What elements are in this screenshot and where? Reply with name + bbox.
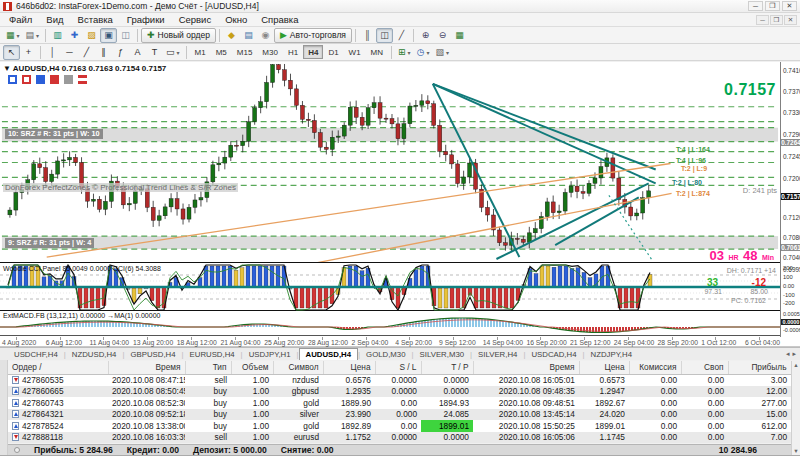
text-tool[interactable]: A (129, 45, 146, 60)
timeframe-d1[interactable]: D1 (323, 45, 343, 59)
column-header-4[interactable]: Символ (273, 361, 323, 374)
tab-nzdjpy-h4[interactable]: NZDJPY,H4 (585, 348, 638, 361)
market-watch-button[interactable]: ▥ (49, 28, 66, 43)
tab-nzdusd-h4[interactable]: NZDUSD,H4 (66, 348, 123, 361)
tab-silver-m30[interactable]: SILVER,M30 (414, 348, 471, 361)
tab-silver-h4[interactable]: SILVER,H4 (472, 348, 523, 361)
cursor-tool[interactable]: ↖ (3, 45, 20, 60)
timeframe-h4[interactable]: H4 (303, 45, 323, 59)
indicators-button[interactable]: ⊞▾ (395, 45, 414, 60)
expert-advisors-icon: ◆ (228, 30, 235, 40)
column-header-11[interactable]: Своп (681, 361, 728, 374)
chart-restore-icon[interactable]: ❐ (770, 15, 783, 25)
chart-canvas[interactable] (0, 62, 780, 263)
timeframe-m5[interactable]: M5 (211, 45, 232, 59)
column-header-6[interactable]: S / L (375, 361, 421, 374)
column-header-12[interactable]: Прибыль (728, 361, 791, 374)
vline-tool[interactable]: │ (44, 45, 61, 60)
terminal-button[interactable]: ▣ (100, 28, 117, 43)
new-order-button[interactable]: ✚Новый ордер (141, 28, 216, 43)
tabs-scroll-right-icon[interactable]: ▸ (792, 350, 796, 358)
menu-item-view[interactable]: Вид (39, 14, 70, 25)
app-icon (3, 2, 12, 11)
profiles-button[interactable]: ▤▾ (23, 28, 43, 43)
timeframe-mn[interactable]: MN (366, 45, 388, 59)
column-header-7[interactable]: T / P (421, 361, 473, 374)
zoom-in-button[interactable]: ⊕ (417, 28, 434, 43)
navigator-button[interactable]: ▨ (83, 28, 100, 43)
order-row-427860743[interactable]: 4278607432020.10.08 08:52:30buy1.00gold1… (8, 397, 791, 409)
candlestick-button[interactable]: ◫ (376, 28, 393, 43)
navigator-icon: ▨ (87, 30, 96, 40)
timeframe-w1[interactable]: W1 (344, 45, 366, 59)
order-row-427878524[interactable]: 4278785242020.10.08 13:38:00buy1.00gold1… (8, 420, 791, 432)
menu-item-charts[interactable]: Графики (120, 14, 172, 25)
auto-trading-button[interactable]: ▶Авто-торговля (274, 28, 352, 43)
chart-close-icon[interactable]: ✕ (784, 15, 797, 25)
label-tool[interactable]: T (146, 45, 163, 60)
shapes-tool[interactable]: ▭▾ (163, 45, 183, 60)
scroll-down-icon[interactable]: ▼ (793, 448, 798, 454)
tabs-scroll-left-icon[interactable]: ◂ (786, 350, 790, 358)
line-chart-icon: ╱ (399, 30, 404, 40)
maximize-icon[interactable]: ❐ (765, 1, 780, 11)
trendline-tool[interactable]: ╱ (78, 45, 95, 60)
zoom-out-button[interactable]: ⊖ (434, 28, 451, 43)
data-window-button[interactable]: ✚ (66, 28, 83, 43)
tab-usdjpy-h1[interactable]: USDJPY,H1 (243, 348, 297, 361)
column-header-2[interactable]: Тип (185, 361, 231, 374)
chart-minimize-icon[interactable]: ─ (756, 15, 769, 25)
menu-item-help[interactable]: Справка (254, 14, 305, 25)
order-row-427860535[interactable]: 4278605352020.10.08 08:47:15sell1.00nzdu… (8, 374, 791, 386)
line-chart-button[interactable]: ╱ (393, 28, 410, 43)
timeframe-m30[interactable]: M30 (257, 45, 283, 59)
column-header-1[interactable]: Время (108, 361, 185, 374)
price-tick: 0.7120 (783, 214, 800, 221)
tab-audusd-h4[interactable]: AUDUSD,H4 (299, 348, 359, 361)
cci-dh-label: DH: 0.7171 +14 (727, 267, 776, 274)
tab-usdcad-h4[interactable]: USDCAD,H4 (525, 348, 582, 361)
bar-chart-button[interactable]: ║ (359, 28, 376, 43)
channel-tool[interactable]: ∥ (95, 45, 112, 60)
web-button[interactable]: ◉ (257, 28, 274, 43)
periods-button[interactable]: ◷▾ (414, 45, 433, 60)
expert-advisors-button[interactable]: ◆ (223, 28, 240, 43)
minimize-icon[interactable]: ─ (748, 1, 763, 11)
terminal-grip[interactable] (0, 360, 8, 459)
column-header-8[interactable]: Время (473, 361, 579, 374)
tile-windows-button[interactable]: ▦ (451, 28, 468, 43)
hline-tool[interactable]: ─ (61, 45, 78, 60)
tab-gbpusd-h4[interactable]: GBPUSD,H4 (124, 348, 181, 361)
print-button[interactable]: ▤ (240, 28, 257, 43)
templates-button[interactable]: ▧▾ (433, 45, 453, 60)
crosshair-tool[interactable]: + (20, 45, 37, 60)
dropdown-caret-icon: ▾ (426, 49, 429, 56)
timeframe-h1[interactable]: H1 (283, 45, 303, 59)
menu-item-file[interactable]: Файл (2, 14, 39, 25)
column-header-3[interactable]: Объем (231, 361, 273, 374)
macd-panel[interactable]: ExtMACD.FB (13,12,11) 0.00000 →MA(1) 0.0… (0, 312, 780, 336)
menu-item-insert[interactable]: Вставка (71, 14, 120, 25)
tab-eurusd-h4[interactable]: EURUSD,H4 (184, 348, 241, 361)
tab-gold-m30[interactable]: GOLD,M30 (360, 348, 411, 361)
menu-item-window[interactable]: Окно (218, 14, 254, 25)
order-row-427864321[interactable]: 4278643212020.10.08 09:52:18buy1.00silve… (8, 409, 791, 421)
column-header-9[interactable]: Цена (579, 361, 629, 374)
order-row-427888118[interactable]: 4278881182020.10.08 16:03:39sell1.00euru… (8, 432, 791, 444)
menu-item-tools[interactable]: Сервис (172, 14, 219, 25)
column-header-5[interactable]: Цена (323, 361, 375, 374)
table-scrollbar[interactable]: ▲ ▼ (791, 361, 800, 455)
scroll-up-icon[interactable]: ▲ (793, 362, 798, 368)
timeframe-m1[interactable]: M1 (190, 45, 211, 59)
column-header-0[interactable]: Ордер / (8, 361, 108, 374)
timeframe-m15[interactable]: M15 (232, 45, 258, 59)
cci-panel[interactable]: Woodie CCI Panel 85.0049 0.0000 CCI(6) 5… (0, 264, 780, 311)
fibo-tool[interactable]: ƒ (112, 45, 129, 60)
tab-usdchf-h4[interactable]: USDCHF,H4 (8, 348, 64, 361)
strategy-tester-button[interactable]: ◫ (117, 28, 134, 43)
column-header-10[interactable]: Комиссия (629, 361, 681, 374)
candle-countdown: 03 HR 48 Min (710, 246, 774, 264)
order-row-427860665[interactable]: 4278606652020.10.08 08:50:45buy1.00gbpus… (8, 386, 791, 398)
new-chart-button[interactable]: ▦▾ (3, 28, 23, 43)
close-icon[interactable]: ✕ (782, 1, 797, 11)
